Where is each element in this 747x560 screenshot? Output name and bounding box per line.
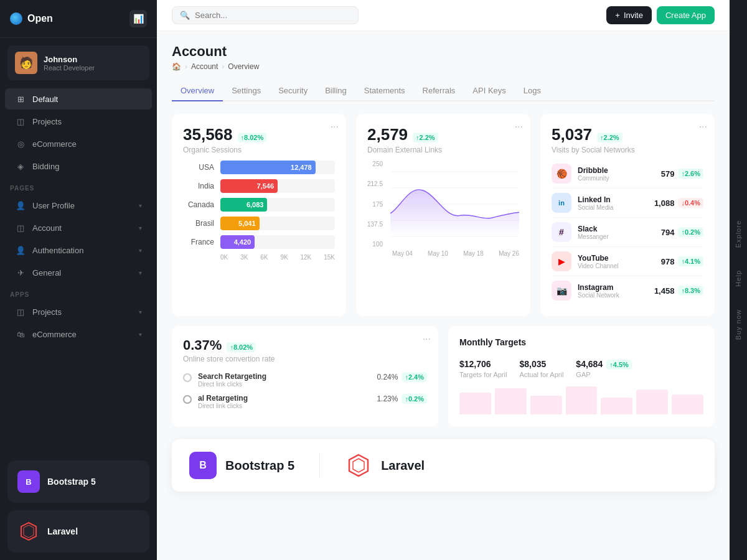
sidebar-item-user-profile[interactable]: 👤 User Profile ▾ xyxy=(5,195,152,216)
bar-fill: 4,420 xyxy=(220,235,255,249)
frameworks-bottom-card: B Bootstrap 5 Laravel xyxy=(172,439,715,492)
create-app-button[interactable]: Create App xyxy=(657,6,715,24)
sidebar-item-label: Bidding xyxy=(32,162,142,171)
sidebar-item-ecommerce[interactable]: ◎ eCommerce xyxy=(5,133,152,154)
sidebar-item-default[interactable]: ⊞ Default xyxy=(5,88,152,110)
actual-label: Actual for April xyxy=(519,371,563,378)
sidebar-item-projects-app[interactable]: ◫ Projects ▾ xyxy=(5,301,152,322)
page-title: Account xyxy=(172,44,715,60)
bidding-icon: ◈ xyxy=(15,161,26,172)
monthly-actual: $8,035 Actual for April xyxy=(519,355,563,378)
ecommerce-icon: ◎ xyxy=(15,138,26,149)
tab-settings[interactable]: Settings xyxy=(223,81,270,101)
bar-fill: 6,083 xyxy=(220,198,267,212)
tab-logs[interactable]: Logs xyxy=(515,81,550,101)
bootstrap-label: Bootstrap 5 xyxy=(225,459,294,473)
bar-row-canada: Canada 6,083 xyxy=(183,198,335,212)
conv-badge: ↑8.02% xyxy=(227,342,256,352)
sidebar-item-general[interactable]: ✈ General ▾ xyxy=(5,262,152,283)
y-axis: 250 212.5 175 137.5 100 xyxy=(367,161,385,248)
tab-api-keys[interactable]: API Keys xyxy=(464,81,514,101)
sidebar-item-projects[interactable]: ◫ Projects xyxy=(5,111,152,132)
sidebar-item-account[interactable]: ◫ Account ▾ xyxy=(5,217,152,238)
sidebar-item-ecommerce-app[interactable]: 🛍 eCommerce ▾ xyxy=(5,324,152,345)
bar-row-usa: USA 12,478 xyxy=(183,161,335,174)
instagram-icon: 📷 xyxy=(552,281,571,301)
chart-icon: 📊 xyxy=(133,14,144,24)
social-row-slack: # Slack Messanger 794 ↑0.2% xyxy=(552,218,703,247)
app-name: Open xyxy=(27,13,53,24)
line-chart-svg xyxy=(390,161,519,248)
stat-number: 2,579 ↑2.2% xyxy=(367,125,519,144)
sidebar-header: Open 📊 xyxy=(0,0,157,38)
organic-sessions-card: ··· 35,568 ↑8.02% Organic Sessions USA 1… xyxy=(172,114,346,316)
breadcrumb-account: Account xyxy=(191,62,218,71)
chevron-down-icon: ▾ xyxy=(139,331,142,338)
laravel-section: Laravel xyxy=(345,452,425,479)
svg-marker-7 xyxy=(349,455,368,476)
help-button[interactable]: Help xyxy=(735,265,742,292)
user-role: React Developer xyxy=(44,64,95,72)
sidebar-item-label: eCommerce xyxy=(32,330,133,339)
tab-referrals[interactable]: Referrals xyxy=(414,81,464,101)
tab-security[interactable]: Security xyxy=(270,81,316,101)
targets-label: Targets for April xyxy=(459,371,507,378)
sidebar-item-authentication[interactable]: 👤 Authentication ▾ xyxy=(5,240,152,261)
social-row-linkedin: in Linked In Social Media 1,088 ↓0.4% xyxy=(552,189,703,218)
chart-icon-button[interactable]: 📊 xyxy=(129,10,147,27)
monthly-numbers: $12,706 Targets for April $8,035 Actual … xyxy=(459,355,703,378)
chevron-down-icon: ▾ xyxy=(139,247,142,254)
dribbble-icon: 🏀 xyxy=(552,164,571,184)
conversion-rate: 0.37% ↑8.02% xyxy=(183,337,427,353)
topbar-right: + Invite Create App xyxy=(606,6,715,24)
stat-label: Domain External Links xyxy=(367,146,519,154)
tab-billing[interactable]: Billing xyxy=(316,81,355,101)
bar-fill: 12,478 xyxy=(220,161,316,174)
bar-track: 7,546 xyxy=(220,179,335,193)
laravel-label: Laravel xyxy=(381,459,425,473)
sidebar-item-label: Default xyxy=(32,95,142,104)
svg-marker-1 xyxy=(24,525,34,538)
sidebar-item-label: General xyxy=(32,268,133,278)
sidebar-item-label: User Profile xyxy=(32,201,133,210)
svg-marker-8 xyxy=(353,459,364,472)
invite-button[interactable]: + Invite xyxy=(606,6,652,24)
tab-overview[interactable]: Overview xyxy=(172,81,223,101)
page-content: Account 🏠 › Account › Overview Overview … xyxy=(157,31,730,560)
sidebar-item-label: Projects xyxy=(32,117,142,126)
more-button[interactable]: ··· xyxy=(331,121,339,133)
social-row-dribbble: 🏀 Dribbble Community 579 ↑2.6% xyxy=(552,159,703,189)
bar-country-label: France xyxy=(183,238,214,246)
tab-statements[interactable]: Statements xyxy=(355,81,414,101)
conv-dot xyxy=(183,373,192,382)
search-icon: 🔍 xyxy=(180,11,190,20)
stat-badge: ↑8.02% xyxy=(238,133,267,142)
more-button[interactable]: ··· xyxy=(699,121,707,133)
more-button[interactable]: ··· xyxy=(515,121,523,133)
social-list: 🏀 Dribbble Community 579 ↑2.6% in xyxy=(552,159,703,305)
gap-badge: ↑4.5% xyxy=(606,360,632,370)
sidebar: Open 📊 🧑 Johnson React Developer ⊞ Defau… xyxy=(0,0,157,560)
bar-country-label: Canada xyxy=(183,200,214,209)
stat-number: 35,568 ↑8.02% xyxy=(183,125,335,144)
social-networks-card: ··· 5,037 ↑2.2% Visits by Social Network… xyxy=(540,114,715,316)
buy-now-button[interactable]: Buy now xyxy=(735,304,742,345)
gap-label: GAP xyxy=(576,371,632,378)
user-card[interactable]: 🧑 Johnson React Developer xyxy=(7,45,149,80)
sidebar-item-label: Authentication xyxy=(32,246,133,255)
divider xyxy=(319,453,320,478)
line-chart: 250 212.5 175 137.5 100 xyxy=(367,161,519,257)
breadcrumb-separator: › xyxy=(185,62,187,71)
sidebar-item-bidding[interactable]: ◈ Bidding xyxy=(5,156,152,177)
bar-country-label: India xyxy=(183,182,214,190)
chevron-down-icon: ▾ xyxy=(139,309,142,315)
x-axis: May 04 May 10 May 18 May 26 xyxy=(367,250,519,257)
ecommerce-app-icon: 🛍 xyxy=(15,329,26,340)
projects-app-icon: ◫ xyxy=(15,306,26,317)
breadcrumb: 🏠 › Account › Overview xyxy=(172,62,715,71)
sidebar-item-label: Account xyxy=(32,223,133,233)
explore-button[interactable]: Explore xyxy=(735,215,742,253)
more-button[interactable]: ··· xyxy=(423,334,431,345)
right-panel: Explore Help Buy now xyxy=(730,0,747,560)
search-input[interactable] xyxy=(195,11,350,20)
